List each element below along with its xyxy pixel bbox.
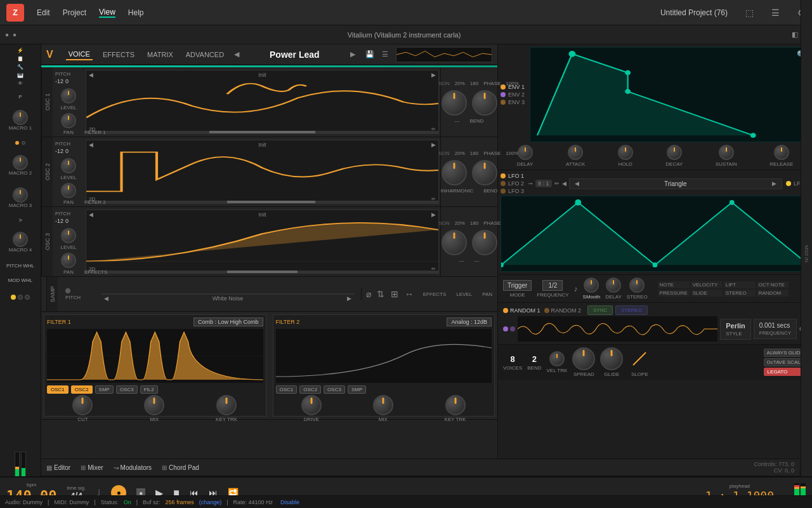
tab-effects[interactable]: EFFECTS [100, 50, 137, 60]
noise-icon-1[interactable]: ⌀ [366, 289, 371, 299]
window-minimize[interactable]: ● [13, 31, 16, 38]
random-sync-btn[interactable]: SYNC [587, 305, 613, 315]
noise-icon-4[interactable]: ↔ [405, 289, 414, 299]
preset-save[interactable]: 💾 [365, 50, 374, 58]
tab-modulators[interactable]: ↝ Modulators [114, 464, 152, 471]
macro-3-knob[interactable] [13, 187, 28, 203]
menu-project[interactable]: Project [63, 8, 86, 17]
export-icon[interactable]: ⬚ [745, 8, 754, 18]
random1-freq-value[interactable]: 0.001 secs [759, 322, 790, 329]
osc3-phase-knob[interactable] [472, 230, 497, 255]
env1-hold-knob[interactable] [618, 145, 633, 160]
filter2-drive-knob[interactable] [301, 395, 322, 415]
lfo4-note-icon[interactable]: ♪ [574, 284, 578, 293]
filter2-osc1-btn[interactable]: OSC1 [276, 385, 298, 394]
filter2-keytrk-knob[interactable] [445, 395, 466, 415]
osc2-level-knob[interactable] [61, 158, 76, 173]
tab-advanced[interactable]: ADVANCED [183, 50, 226, 60]
filter2-mix-knob[interactable] [373, 395, 393, 415]
random1-tab[interactable]: RANDOM 1 [503, 307, 540, 314]
osc2-pan-knob[interactable] [61, 183, 76, 198]
macro-4-knob[interactable] [13, 232, 28, 247]
lfo1-wave-icon[interactable]: ⊸ [528, 180, 533, 187]
macro-1-knob[interactable] [13, 110, 28, 125]
sidebar-icon-piano[interactable]: 🎹 [17, 72, 23, 78]
filter1-keytrk-knob[interactable] [216, 395, 237, 415]
osc1-phase-knob[interactable] [472, 90, 497, 116]
window-close[interactable]: ● [5, 31, 9, 38]
noise-next[interactable]: ▶ [347, 295, 351, 302]
osc3-level-knob[interactable] [61, 228, 76, 243]
random2-tab[interactable]: RANDOM 2 [544, 307, 582, 314]
osc3-unison-knob[interactable] [442, 230, 467, 255]
random-stereo-btn[interactable]: STEREO [615, 305, 648, 315]
macro-2-knob[interactable] [13, 155, 28, 170]
noise-icon-3[interactable]: ⊞ [391, 289, 398, 299]
filter2-osc2-btn[interactable]: OSC2 [299, 385, 321, 394]
env1-attack-knob[interactable] [568, 145, 583, 160]
lfo1-shape-selector[interactable]: ◀ Triangle ▶ [569, 178, 782, 189]
filter1-mix-knob[interactable] [144, 395, 164, 415]
status-change-link[interactable]: (change) [199, 499, 222, 505]
preset-next[interactable]: ▶ [350, 50, 355, 58]
lfo4-delay-knob[interactable] [606, 277, 621, 293]
tab-editor[interactable]: ▦ Editor [46, 464, 70, 471]
menu-icon[interactable]: ☰ [771, 8, 780, 18]
noise-prev[interactable]: ◀ [104, 295, 108, 302]
preset-menu[interactable]: ☰ [382, 50, 388, 58]
env1-delay-knob[interactable] [518, 145, 533, 160]
mod-lift[interactable]: LIFT [724, 281, 756, 288]
filter1-cut-knob[interactable] [72, 395, 93, 415]
env1-release-knob[interactable] [774, 145, 789, 160]
noise-inactive-dot[interactable] [65, 288, 70, 293]
mod-velocity[interactable]: VELOCITY [691, 281, 723, 288]
filter1-fil2-btn[interactable]: FIL2 [140, 385, 158, 394]
lfo4-smooth-knob[interactable] [584, 277, 599, 293]
lfo4-mode-btn[interactable]: Trigger [503, 280, 532, 291]
filter2-osc3-btn[interactable]: OSC3 [324, 385, 345, 394]
lfo3-tab[interactable]: LFO 3 [501, 188, 524, 194]
preset-prev[interactable]: ◀ [234, 50, 239, 58]
voice-glide-knob[interactable] [600, 347, 623, 370]
lfo1-canvas[interactable] [501, 196, 809, 272]
osc1-scroll[interactable] [86, 131, 438, 133]
osc2-waveform[interactable]: ◀ Init ▶ 2D ✏ [86, 140, 439, 204]
tab-mixer[interactable]: ⊞ Mixer [81, 464, 103, 471]
osc3-waveform[interactable]: ◀ Init ▶ 2D ✏ [86, 210, 439, 274]
noise-icon-2[interactable]: ⇅ [377, 289, 384, 299]
filter2-type-btn[interactable]: Analog : 12dB [447, 318, 492, 326]
menu-edit[interactable]: Edit [37, 8, 50, 17]
status-disable-link[interactable]: Disable [280, 499, 299, 505]
lfo1-tab[interactable]: LFO 1 [501, 173, 524, 179]
sidebar-icon-3[interactable]: 🔧 [17, 64, 23, 70]
tab-chord-pad[interactable]: ⊞ Chord Pad [162, 464, 199, 471]
osc2-unison-knob[interactable] [442, 160, 467, 185]
menu-view[interactable]: View [99, 8, 115, 18]
env1-canvas[interactable]: 🔍 [530, 47, 809, 142]
app-logo[interactable]: Z [6, 4, 24, 22]
filter1-osc1-btn[interactable]: OSC1 [47, 385, 69, 394]
tab-voice[interactable]: VOICE [66, 49, 93, 60]
filter2-smp-btn[interactable]: SMP [348, 385, 366, 394]
voice-vel-trk-knob[interactable] [549, 351, 565, 366]
filter1-smp-btn[interactable]: SMP [95, 385, 114, 394]
lfo4-stereo-knob[interactable] [629, 277, 645, 293]
voice-spread-knob[interactable] [572, 347, 595, 370]
lfo1-time-display[interactable]: 8 : 1 [535, 180, 552, 187]
mod-random[interactable]: RANDOM [757, 290, 789, 297]
filter1-osc2-btn[interactable]: OSC2 [71, 385, 93, 394]
left-panel-icon[interactable]: ◧ [792, 30, 798, 39]
mod-pressure[interactable]: PRESSURE [658, 290, 690, 297]
env1-sustain-knob[interactable] [719, 145, 734, 160]
osc1-unison-knob[interactable] [442, 90, 467, 116]
menu-help[interactable]: Help [128, 8, 144, 17]
osc3-scroll[interactable] [86, 271, 438, 273]
lfo1-pencil-icon[interactable]: ✏ [554, 180, 560, 187]
mod-note[interactable]: NOTE [658, 281, 690, 288]
osc2-phase-knob[interactable] [472, 160, 497, 185]
osc3-pan-knob[interactable] [61, 253, 76, 268]
random1-waveform[interactable] [518, 316, 717, 342]
osc1-pan-knob[interactable] [61, 113, 76, 128]
voice-slope-knob[interactable] [628, 347, 651, 370]
env1-decay-knob[interactable] [667, 145, 682, 160]
